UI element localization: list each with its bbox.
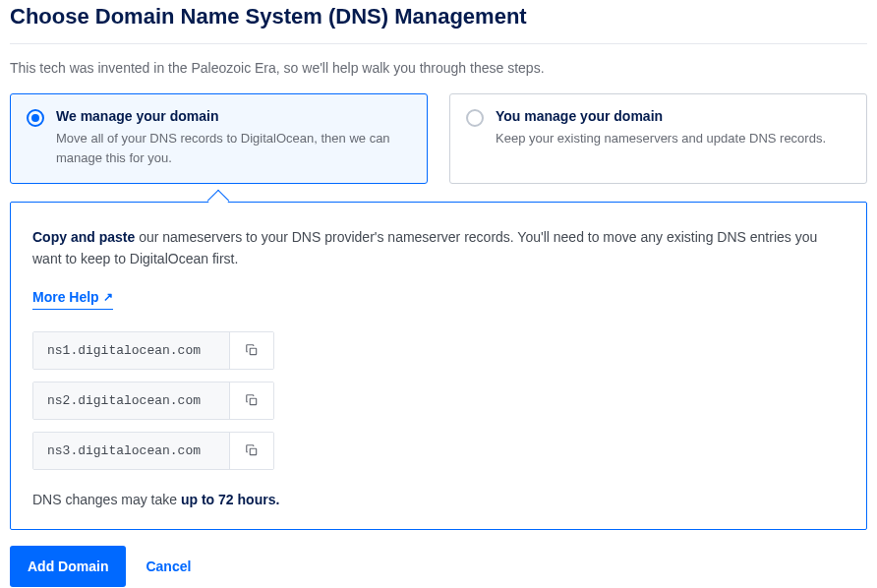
more-help-link[interactable]: More Help ↗ (32, 289, 113, 310)
instruction-rest: our nameservers to your DNS provider's n… (32, 229, 817, 266)
cancel-button[interactable]: Cancel (146, 559, 191, 574)
copy-icon (245, 393, 259, 407)
instruction-lead: Copy and paste (32, 229, 135, 245)
nameserver-row: ns3.digitalocean.com (32, 432, 274, 470)
nameserver-instruction: Copy and paste our nameservers to your D… (32, 226, 845, 270)
option-description: Keep your existing nameservers and updat… (496, 129, 850, 148)
option-description: Move all of your DNS records to DigitalO… (56, 129, 411, 167)
external-link-icon: ↗ (103, 290, 113, 304)
nameserver-list: ns1.digitalocean.com ns2.digitalocean.co… (32, 331, 845, 470)
nameserver-row: ns2.digitalocean.com (32, 382, 274, 420)
copy-icon (245, 443, 259, 457)
copy-button[interactable] (230, 382, 273, 419)
nameserver-row: ns1.digitalocean.com (32, 331, 274, 370)
option-title: You manage your domain (496, 108, 850, 124)
page-title: Choose Domain Name System (DNS) Manageme… (10, 0, 867, 43)
nameserver-value: ns2.digitalocean.com (33, 382, 230, 419)
option-we-manage[interactable]: We manage your domain Move all of your D… (10, 93, 428, 184)
option-you-manage[interactable]: You manage your domain Keep your existin… (449, 93, 867, 184)
radio-selected-icon (27, 109, 44, 127)
action-row: Add Domain Cancel (10, 546, 867, 587)
svg-rect-0 (250, 349, 256, 355)
detail-panel-wrapper: Copy and paste our nameservers to your D… (10, 202, 867, 530)
intro-text: This tech was invented in the Paleozoic … (10, 60, 867, 76)
svg-rect-1 (250, 399, 256, 405)
add-domain-button[interactable]: Add Domain (10, 546, 126, 587)
copy-button[interactable] (230, 332, 273, 369)
dns-footnote: DNS changes may take up to 72 hours. (32, 492, 845, 507)
more-help-label: More Help (32, 289, 99, 305)
title-divider (10, 43, 867, 44)
option-text: We manage your domain Move all of your D… (56, 108, 411, 167)
footnote-prefix: DNS changes may take (32, 492, 181, 507)
nameserver-value: ns1.digitalocean.com (33, 332, 230, 369)
nameserver-value: ns3.digitalocean.com (33, 433, 230, 469)
option-row: We manage your domain Move all of your D… (10, 93, 867, 184)
copy-button[interactable] (230, 433, 273, 469)
option-title: We manage your domain (56, 108, 411, 124)
svg-rect-2 (250, 449, 256, 455)
copy-icon (245, 343, 259, 357)
footnote-strong: up to 72 hours. (181, 492, 279, 507)
detail-panel: Copy and paste our nameservers to your D… (10, 202, 867, 530)
radio-unselected-icon (466, 109, 484, 127)
option-text: You manage your domain Keep your existin… (496, 108, 850, 148)
